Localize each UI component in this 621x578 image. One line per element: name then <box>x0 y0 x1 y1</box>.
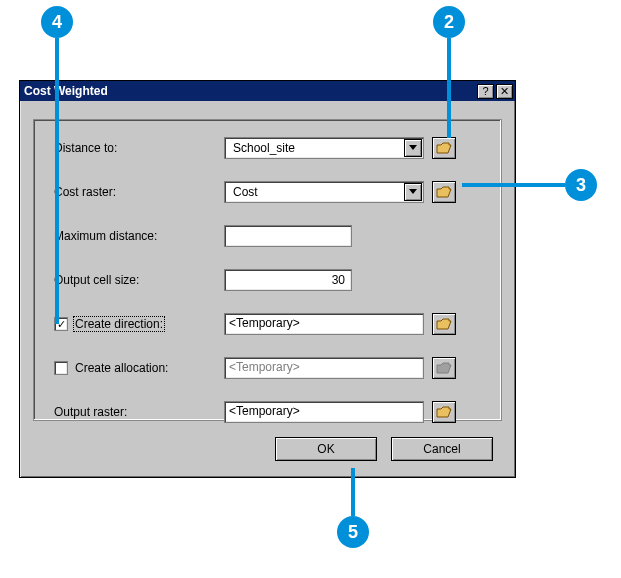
dialog-title: Cost Weighted <box>24 84 475 98</box>
dialog-content: Distance to: School_site Cost raster: Co… <box>33 119 502 421</box>
close-icon: ✕ <box>500 86 509 97</box>
label-distance-to: Distance to: <box>54 141 224 155</box>
chevron-down-icon <box>409 145 417 151</box>
label-output-cell: Output cell size: <box>54 273 224 287</box>
distance-to-browse-button[interactable] <box>432 137 456 159</box>
create-direction-input[interactable]: <Temporary> <box>224 313 424 335</box>
callout-2-leader <box>447 38 451 138</box>
max-distance-input[interactable] <box>224 225 352 247</box>
titlebar[interactable]: Cost Weighted ? ✕ <box>20 81 515 101</box>
label-create-allocation: Create allocation: <box>74 361 169 375</box>
ok-button[interactable]: OK <box>275 437 377 461</box>
callout-3-leader <box>462 183 565 187</box>
row-max-distance: Maximum distance: <box>54 222 489 250</box>
cost-raster-browse-button[interactable] <box>432 181 456 203</box>
cost-raster-combobox[interactable]: Cost <box>224 181 424 203</box>
distance-to-combobox[interactable]: School_site <box>224 137 424 159</box>
cancel-button[interactable]: Cancel <box>391 437 493 461</box>
folder-open-icon <box>436 361 452 375</box>
callout-5: 5 <box>337 516 369 548</box>
output-raster-browse-button[interactable] <box>432 401 456 423</box>
distance-to-value: School_site <box>229 141 403 155</box>
dialog-cost-weighted: Cost Weighted ? ✕ Distance to: School_si… <box>19 80 516 478</box>
distance-to-dropdown-button[interactable] <box>404 139 422 157</box>
help-button[interactable]: ? <box>477 84 494 99</box>
cost-raster-dropdown-button[interactable] <box>404 183 422 201</box>
row-output-cell: Output cell size: <box>54 266 489 294</box>
callout-3: 3 <box>565 169 597 201</box>
svg-marker-1 <box>409 189 417 194</box>
row-create-allocation: Create allocation: <Temporary> <box>54 354 489 382</box>
folder-open-icon <box>436 405 452 419</box>
callout-4: 4 <box>41 6 73 38</box>
svg-marker-0 <box>409 145 417 150</box>
label-output-raster: Output raster: <box>54 405 224 419</box>
create-allocation-input: <Temporary> <box>224 357 424 379</box>
label-cost-raster: Cost raster: <box>54 185 224 199</box>
output-raster-input[interactable]: <Temporary> <box>224 401 424 423</box>
create-allocation-browse-button <box>432 357 456 379</box>
callout-5-leader <box>351 468 355 516</box>
create-allocation-checkbox[interactable] <box>54 361 68 375</box>
row-output-raster: Output raster: <Temporary> <box>54 398 489 426</box>
callout-4-leader <box>55 38 59 324</box>
callout-2: 2 <box>433 6 465 38</box>
folder-open-icon <box>436 317 452 331</box>
row-create-direction: ✓ Create direction: <Temporary> <box>54 310 489 338</box>
output-cell-input[interactable] <box>224 269 352 291</box>
row-distance-to: Distance to: School_site <box>54 134 489 162</box>
help-icon: ? <box>482 86 488 97</box>
folder-open-icon <box>436 141 452 155</box>
label-max-distance: Maximum distance: <box>54 229 224 243</box>
label-create-direction: Create direction: <box>74 317 164 331</box>
cost-raster-value: Cost <box>229 185 403 199</box>
close-button[interactable]: ✕ <box>496 84 513 99</box>
folder-open-icon <box>436 185 452 199</box>
chevron-down-icon <box>409 189 417 195</box>
row-cost-raster: Cost raster: Cost <box>54 178 489 206</box>
create-direction-browse-button[interactable] <box>432 313 456 335</box>
dialog-buttons: OK Cancel <box>275 437 493 461</box>
